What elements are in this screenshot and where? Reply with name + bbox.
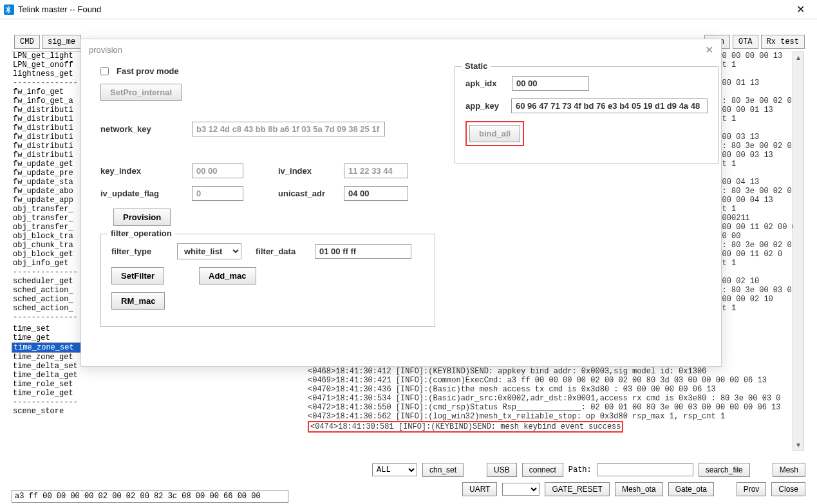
mesh-ota-button[interactable]: Mesh_ota bbox=[615, 482, 663, 496]
log-line: 00 00 03 13 bbox=[708, 133, 805, 142]
app-key-label: app_key bbox=[465, 101, 503, 111]
scroll-up-icon[interactable]: ▴ bbox=[793, 52, 803, 62]
path-input[interactable] bbox=[597, 463, 693, 476]
log-line: 00 00 00 02 10 bbox=[708, 295, 805, 304]
key-index-input[interactable] bbox=[192, 163, 243, 178]
log-area: <0468>18:41:30:412 [INFO]:(KEYBIND)SEND:… bbox=[308, 367, 804, 451]
bluetooth-icon bbox=[4, 5, 14, 15]
mesh-button[interactable]: Mesh bbox=[773, 463, 805, 477]
log-line: 2 00 00 00 00 13 bbox=[708, 51, 805, 61]
key-index-label: key_index bbox=[100, 166, 184, 176]
filter-data-input[interactable] bbox=[315, 244, 411, 259]
log-line: 00 00 00 11 02 00 00 bbox=[708, 223, 805, 232]
unicast-adr-input[interactable] bbox=[344, 186, 408, 201]
log-line: 01 bbox=[708, 70, 805, 79]
iv-index-label: iv_index bbox=[278, 166, 336, 176]
log-line: <0468>18:41:30:412 [INFO]:(KEYBIND)SEND:… bbox=[308, 367, 804, 376]
gate-reset-button[interactable]: GATE_RESET bbox=[545, 482, 609, 496]
log-line: 02 bbox=[708, 268, 805, 277]
bind-all-button[interactable]: bind_all bbox=[469, 125, 520, 142]
list-item[interactable]: time_role_get bbox=[12, 389, 288, 398]
log-line-highlight: <0474>18:41:30:581 [INFO]:(KEYBIND)SEND:… bbox=[308, 421, 623, 433]
log-line: 2 00 00 bbox=[708, 232, 805, 241]
close-button[interactable]: ✕ bbox=[787, 0, 813, 19]
content-area: CMD sig_me Rx test OTA can LPN_get_light… bbox=[0, 19, 817, 504]
list-item[interactable]: scene_store bbox=[12, 407, 288, 416]
list-item[interactable]: time_delta_get bbox=[12, 371, 288, 380]
unicast-adr-label: unicast_adr bbox=[278, 189, 336, 198]
tab-sig-me[interactable]: sig_me bbox=[42, 35, 81, 49]
iv-index-input[interactable] bbox=[344, 163, 408, 178]
log-line: <0471>18:41:30:534 [INFO]:(Basic)adr_src… bbox=[308, 394, 804, 403]
dialog-close-button[interactable]: ✕ bbox=[705, 44, 713, 56]
filter-type-label: filter_type bbox=[111, 247, 169, 256]
network-key-label: network_key bbox=[100, 124, 184, 134]
log-line: 00 00 00 04 13 bbox=[708, 196, 805, 205]
filter-operation-legend: filter_operation bbox=[108, 229, 175, 238]
tab-rx-test[interactable]: Rx test bbox=[761, 35, 805, 49]
list-separator: -------------- bbox=[12, 398, 288, 407]
prov-button[interactable]: Prov bbox=[737, 482, 767, 496]
fast-prov-checkbox[interactable] bbox=[100, 67, 109, 75]
apk-idx-label: apk_idx bbox=[465, 79, 504, 88]
filter-all-select[interactable]: ALL bbox=[372, 463, 417, 476]
fast-prov-label: Fast prov mode bbox=[117, 66, 179, 76]
window-title: Telink master -- Found bbox=[18, 5, 787, 14]
gate-ota-button[interactable]: Gate_ota bbox=[668, 482, 714, 496]
provision-dialog: provision ✕ Fast prov mode SetPro_intern… bbox=[80, 39, 722, 367]
setfilter-button[interactable]: SetFilter bbox=[111, 267, 164, 285]
log-line: _cnt 1 bbox=[708, 115, 805, 124]
filter-type-select[interactable]: white_list bbox=[177, 243, 241, 259]
filter-data-label: filter_data bbox=[256, 247, 307, 256]
log-line: 80 : 80 3e 00 03 0 bbox=[708, 286, 805, 295]
provision-button[interactable]: Provision bbox=[113, 209, 171, 226]
add-mac-button[interactable]: Add_mac bbox=[199, 267, 256, 285]
log-line: _cnt 1 bbox=[708, 160, 805, 169]
log-line: 80 : 80 3e 00 02 0 bbox=[708, 97, 805, 106]
log-line: x00000211 bbox=[708, 214, 805, 223]
path-label: Path: bbox=[568, 465, 592, 474]
tab-ota[interactable]: OTA bbox=[733, 35, 758, 49]
log-line: 00 00 02 10 bbox=[708, 277, 805, 286]
tab-cmd[interactable]: CMD bbox=[14, 35, 40, 49]
iv-update-flag-input[interactable] bbox=[192, 186, 243, 201]
log-line: <0469>18:41:30:421 [INFO]:(common)ExecCm… bbox=[308, 376, 804, 385]
bind-all-highlight: bind_all bbox=[465, 121, 524, 146]
log-line: 8 bbox=[708, 88, 805, 97]
static-legend: Static bbox=[462, 61, 491, 71]
app-key-input[interactable] bbox=[511, 98, 708, 113]
iv-update-flag-label: iv_update_flag bbox=[100, 189, 184, 198]
log-line: 80 : 80 3e 00 02 0 bbox=[708, 241, 805, 250]
log-line: 80 : 80 3e 00 02 0 bbox=[708, 187, 805, 196]
log-line: 04 bbox=[708, 169, 805, 178]
usb-button[interactable]: USB bbox=[487, 463, 517, 477]
dialog-titlebar: provision ✕ bbox=[81, 39, 721, 60]
log-line: _cnt 1 bbox=[708, 205, 805, 214]
uart-port-select[interactable] bbox=[502, 483, 540, 496]
uart-button[interactable]: UART bbox=[462, 482, 497, 496]
titlebar: Telink master -- Found ✕ bbox=[0, 0, 817, 19]
chn-set-button[interactable]: chn_set bbox=[422, 463, 464, 477]
search-file-button[interactable]: search_file bbox=[699, 463, 750, 477]
log-line: 00 00 00 01 13 bbox=[708, 106, 805, 115]
setpro-internal-button[interactable]: SetPro_internal bbox=[100, 84, 182, 101]
log-line: _cnt 1 bbox=[708, 304, 805, 313]
log-line: <0473>18:41:30:562 [INFO]:(log_win32)mes… bbox=[308, 412, 804, 421]
apk-idx-input[interactable] bbox=[512, 76, 589, 91]
log-right-fragment: 2 00 00 00 00 13_cnt 10100 00 01 13880 :… bbox=[708, 51, 805, 367]
bottom-toolbar: ALL chn_set USB connect Path: search_fil… bbox=[12, 462, 805, 500]
rm-mac-button[interactable]: RM_mac bbox=[111, 292, 165, 310]
connect-button[interactable]: connect bbox=[522, 463, 563, 477]
network-key-input[interactable] bbox=[192, 122, 385, 136]
dialog-title: provision bbox=[89, 45, 122, 55]
log-line: 00 00 04 13 bbox=[708, 178, 805, 187]
log-line: <0470>18:41:30:436 [INFO]:(Basic)the mes… bbox=[308, 385, 804, 394]
log-line: 80 : 80 3e 00 02 0 bbox=[708, 142, 805, 151]
list-item[interactable]: time_role_set bbox=[12, 380, 288, 389]
log-line: 00 00 01 13 bbox=[708, 79, 805, 88]
log-line: _cnt 1 bbox=[708, 259, 805, 268]
log-line: 00 00 00 11 02 0 bbox=[708, 250, 805, 259]
log-line: _cnt 1 bbox=[708, 61, 805, 70]
close-btn[interactable]: Close bbox=[771, 482, 805, 496]
log-line: 03 bbox=[708, 124, 805, 133]
